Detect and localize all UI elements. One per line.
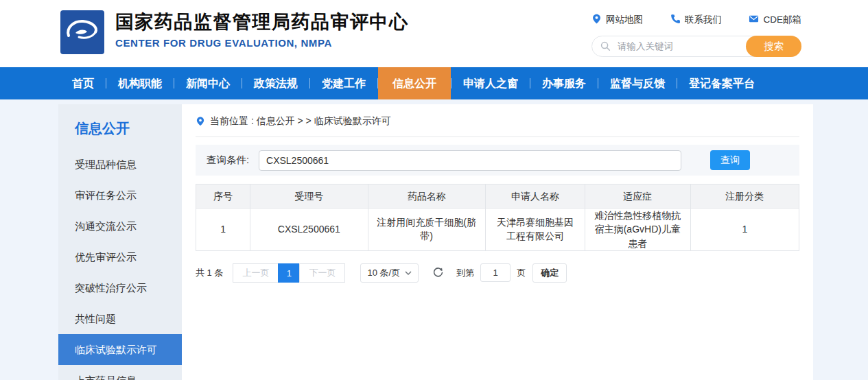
location-pin-icon [196,117,205,126]
table-row: 1CXSL2500661注射用间充质干细胞(脐带)天津昂赛细胞基因工程有限公司难… [196,209,799,251]
pagination: 共 1 条 上一页 1 下一页 10 条/页 到第 页 确定 [196,263,799,283]
goto-page-label: 到第 [456,267,474,279]
sidebar-item-1[interactable]: 审评任务公示 [58,180,182,211]
table-cell-1: CXSL2500661 [250,209,368,251]
goto-confirm-button[interactable]: 确定 [532,263,567,283]
table-cell-0: 1 [196,209,250,251]
query-panel: 查询条件: 查询 [196,145,799,176]
breadcrumb: 当前位置 : 信息公开 > > 临床试验默示许可 [196,115,799,137]
page-size-value: 10 条/页 [367,267,400,279]
utility-links: 网站地图联系我们CDE邮箱 [591,14,801,26]
sidebar-item-2[interactable]: 沟通交流公示 [58,211,182,241]
nav-item-9[interactable]: 登记备案平台 [677,67,766,99]
chevron-down-icon [405,271,412,275]
utility-link-0[interactable]: 网站地图 [591,14,643,26]
site-search-button[interactable]: 搜索 [746,36,801,57]
pagination-total: 共 1 条 [196,267,223,279]
utility-link-label: CDE邮箱 [763,14,801,26]
page-size-select[interactable]: 10 条/页 [360,263,419,283]
search-icon [600,41,611,51]
sidebar-item-6[interactable]: 临床试验默示许可 [58,334,182,365]
page-body: 信息公开 受理品种信息审评任务公示沟通交流公示优先审评公示突破性治疗公示共性问题… [0,99,868,380]
nav-item-0[interactable]: 首页 [60,67,106,99]
nav-item-4[interactable]: 党建工作 [310,67,377,99]
nav-item-8[interactable]: 监督与反馈 [598,67,677,99]
sidebar-item-4[interactable]: 突破性治疗公示 [58,272,182,303]
breadcrumb-text: 当前位置 : 信息公开 > > 临床试验默示许可 [210,115,391,128]
page-number-1[interactable]: 1 [278,263,300,283]
table-cell-5: 1 [690,209,799,251]
nav-item-3[interactable]: 政策法规 [242,67,309,99]
sidebar-items: 受理品种信息审评任务公示沟通交流公示优先审评公示突破性治疗公示共性问题临床试验默… [58,149,182,380]
table-header-4: 适应症 [585,185,690,209]
query-button[interactable]: 查询 [710,150,750,170]
mail-icon [749,14,759,26]
sidebar-item-7[interactable]: 上市药品信息 [58,365,182,380]
query-label: 查询条件: [207,154,249,167]
table-body: 1CXSL2500661注射用间充质干细胞(脐带)天津昂赛细胞基因工程有限公司难… [196,209,799,251]
results-table: 序号受理号药品名称申请人名称适应症注册分类 1CXSL2500661注射用间充质… [196,184,799,251]
pager-group: 上一页 1 下一页 [233,263,345,283]
goto-page-input[interactable] [480,263,511,282]
utility-link-1[interactable]: 联系我们 [670,14,722,26]
phone-icon [670,14,681,26]
goto-page-suffix: 页 [517,267,526,279]
sidebar-item-3[interactable]: 优先审评公示 [58,241,182,272]
sidebar-item-0[interactable]: 受理品种信息 [58,149,182,180]
site-header: 国家药品监督管理局药品审评中心 CENTER FOR DRUG EVALUATI… [0,0,868,67]
refresh-icon [432,267,444,278]
cde-logo-mark [60,10,104,54]
table-header-0: 序号 [196,185,250,209]
table-cell-3: 天津昂赛细胞基因工程有限公司 [485,209,585,251]
table-header-2: 药品名称 [368,185,485,209]
table-cell-2: 注射用间充质干细胞(脐带) [368,209,485,251]
nav-item-1[interactable]: 机构职能 [106,67,174,99]
table-header-row: 序号受理号药品名称申请人名称适应症注册分类 [196,185,799,209]
table-header-1: 受理号 [250,185,368,209]
nav-item-7[interactable]: 办事服务 [530,67,598,99]
table-header-5: 注册分类 [690,185,799,209]
query-input[interactable] [259,150,681,171]
refresh-button[interactable] [432,267,444,278]
sidebar: 信息公开 受理品种信息审评任务公示沟通交流公示优先审评公示突破性治疗公示共性问题… [58,104,182,380]
nav-item-2[interactable]: 新闻中心 [174,67,242,99]
table-cell-4: 难治性急性移植物抗宿主病(aGvHD)儿童患者 [585,209,690,251]
utility-link-label: 联系我们 [685,14,722,26]
location-pin-icon [591,14,602,26]
utility-link-2[interactable]: CDE邮箱 [749,14,801,26]
table-header-3: 申请人名称 [485,185,585,209]
sidebar-item-5[interactable]: 共性问题 [58,303,182,334]
site-title: 国家药品监督管理局药品审评中心 [115,10,409,34]
next-page-button[interactable]: 下一页 [299,263,345,283]
site-subtitle: CENTER FOR DRUG EVALUATION, NMPA [115,37,409,49]
sidebar-title: 信息公开 [58,104,182,149]
nav-item-5[interactable]: 信息公开 [378,67,451,99]
main-nav: 首页机构职能新闻中心政策法规党建工作信息公开申请人之窗办事服务监督与反馈登记备案… [0,67,868,99]
main-content: 当前位置 : 信息公开 > > 临床试验默示许可 查询条件: 查询 序号受理号药… [182,104,813,380]
utility-link-label: 网站地图 [606,14,643,26]
prev-page-button[interactable]: 上一页 [233,263,279,283]
site-search-input[interactable] [616,40,733,52]
site-search-box: 搜索 [591,36,801,57]
cde-logo [60,10,104,54]
nav-item-6[interactable]: 申请人之窗 [451,67,530,99]
